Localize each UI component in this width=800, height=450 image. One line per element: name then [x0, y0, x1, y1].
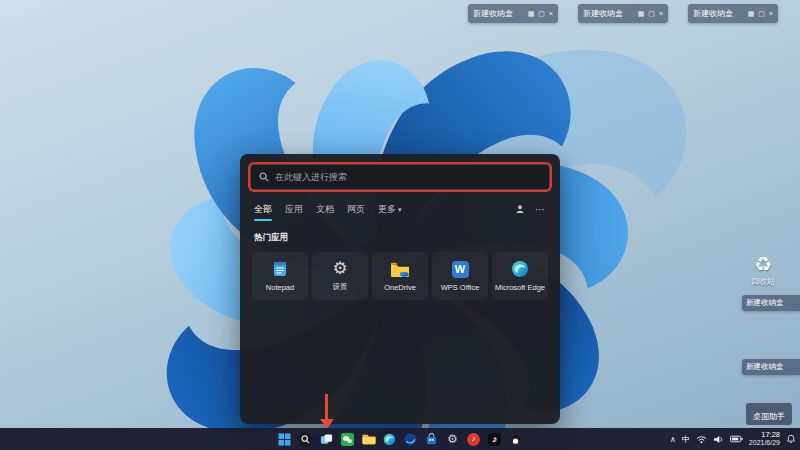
- edge-button[interactable]: [381, 431, 398, 448]
- notification-bell-icon[interactable]: [786, 434, 796, 444]
- storage-box-title: 新建收纳盒: [693, 8, 744, 19]
- storage-box-title: 新建收纳盒: [746, 298, 784, 308]
- close-icon[interactable]: ×: [769, 10, 773, 17]
- gear-icon: ⚙: [447, 433, 458, 445]
- taskbar-search-button[interactable]: [297, 431, 314, 448]
- tab-documents[interactable]: 文档: [316, 203, 334, 216]
- app-label: Notepad: [266, 283, 294, 292]
- restore-icon[interactable]: ▢: [648, 10, 655, 17]
- storage-box-title: 新建收纳盒: [583, 8, 634, 19]
- notepad-icon: [271, 260, 289, 278]
- storage-box-title: 新建收纳盒: [473, 8, 524, 19]
- account-icon[interactable]: [515, 204, 525, 216]
- wps-office-icon: W: [452, 261, 469, 278]
- recycle-bin-label: 回收站: [751, 276, 775, 287]
- chevron-down-icon: ▾: [398, 206, 402, 214]
- search-icon: [259, 172, 269, 182]
- restore-icon[interactable]: ▢: [758, 10, 765, 17]
- search-flyout: 在此键入进行搜索 全部 应用 文档 网页 更多 ▾: [240, 154, 560, 424]
- tiktok-icon: ♪: [488, 433, 501, 446]
- desktop-assistant-label: 桌面助手: [753, 412, 785, 421]
- wifi-icon[interactable]: [696, 435, 707, 444]
- wechat-button[interactable]: [339, 431, 356, 448]
- storage-box-title: 新建收纳盒: [746, 362, 784, 372]
- storage-box-window-1[interactable]: 新建收纳盒 ▦ ▢ ×: [468, 4, 558, 23]
- tab-apps[interactable]: 应用: [285, 203, 303, 216]
- settings-button[interactable]: ⚙: [444, 431, 461, 448]
- windows-logo-icon: [278, 433, 291, 446]
- popular-apps-title: 热门应用: [254, 232, 546, 244]
- wechat-icon: [341, 433, 354, 446]
- qq-browser-button[interactable]: [402, 431, 419, 448]
- tab-all[interactable]: 全部: [254, 203, 272, 216]
- app-label: 设置: [333, 282, 348, 292]
- task-view-button[interactable]: [318, 431, 335, 448]
- date-text: 2021/6/29: [749, 439, 780, 447]
- tab-label: 更多: [378, 203, 396, 216]
- app-tile-edge[interactable]: Microsoft Edge: [492, 252, 548, 300]
- tab-label: 全部: [254, 203, 272, 216]
- tab-label: 应用: [285, 203, 303, 216]
- desktop-assistant-pill[interactable]: 桌面助手: [746, 403, 792, 425]
- tab-label: 文档: [316, 203, 334, 216]
- restore-icon[interactable]: ▢: [538, 10, 545, 17]
- popular-apps-row: Notepad ⚙ 设置 OneDrive W WPS Office: [252, 252, 548, 300]
- more-options-icon[interactable]: ⋯: [535, 204, 546, 215]
- qq-penguin-icon: [509, 433, 522, 446]
- search-placeholder: 在此键入进行搜索: [275, 171, 347, 184]
- app-tile-wps[interactable]: W WPS Office: [432, 252, 488, 300]
- volume-icon[interactable]: [713, 435, 724, 444]
- time-text: 17:28: [761, 431, 780, 440]
- grid-view-icon[interactable]: ▦: [748, 10, 755, 17]
- edge-icon: [511, 260, 529, 278]
- system-tray: ∧ 中: [670, 428, 796, 450]
- app-label: WPS Office: [441, 283, 480, 292]
- recycle-bin-desktop-icon[interactable]: ♻ 回收站: [740, 254, 786, 287]
- app-tile-onedrive[interactable]: OneDrive: [372, 252, 428, 300]
- task-view-icon: [320, 433, 333, 446]
- start-button[interactable]: [276, 431, 293, 448]
- storage-box-window-3[interactable]: 新建收纳盒 ▦ ▢ ×: [688, 4, 778, 23]
- app-tile-notepad[interactable]: Notepad: [252, 252, 308, 300]
- qq-browser-icon: [404, 433, 417, 446]
- search-icon: [298, 432, 313, 447]
- file-explorer-button[interactable]: [360, 431, 377, 448]
- storage-box-docked-1[interactable]: 新建收纳盒: [742, 295, 800, 311]
- close-icon[interactable]: ×: [549, 10, 553, 17]
- desktop: 新建收纳盒 ▦ ▢ × 新建收纳盒 ▦ ▢ × 新建收纳盒 ▦ ▢ × ♻ 回收…: [0, 0, 800, 450]
- tab-label: 网页: [347, 203, 365, 216]
- edge-icon: [383, 433, 396, 446]
- store-icon: [425, 433, 438, 446]
- microsoft-store-button[interactable]: [423, 431, 440, 448]
- app-label: OneDrive: [384, 283, 416, 292]
- qq-button[interactable]: [507, 431, 524, 448]
- battery-icon[interactable]: [730, 435, 743, 443]
- clock[interactable]: 17:28 2021/6/29: [749, 431, 780, 448]
- netease-music-button[interactable]: ♪: [465, 431, 482, 448]
- recycle-bin-icon: ♻: [754, 254, 772, 274]
- folder-icon: [362, 433, 376, 445]
- tab-web[interactable]: 网页: [347, 203, 365, 216]
- tab-more[interactable]: 更多 ▾: [378, 203, 402, 216]
- app-label: Microsoft Edge: [495, 283, 545, 292]
- storage-box-window-2[interactable]: 新建收纳盒 ▦ ▢ ×: [578, 4, 668, 23]
- search-tabs: 全部 应用 文档 网页 更多 ▾: [254, 203, 546, 216]
- music-note-icon: ♪: [467, 433, 480, 446]
- app-tile-settings[interactable]: ⚙ 设置: [312, 252, 368, 300]
- tiktok-button[interactable]: ♪: [486, 431, 503, 448]
- close-icon[interactable]: ×: [659, 10, 663, 17]
- taskbar-center-icons: ⚙ ♪ ♪: [276, 428, 524, 450]
- hidden-icons-chevron[interactable]: ∧: [670, 435, 676, 444]
- onedrive-folder-icon: [390, 261, 410, 278]
- grid-view-icon[interactable]: ▦: [528, 10, 535, 17]
- grid-view-icon[interactable]: ▦: [638, 10, 645, 17]
- search-input[interactable]: 在此键入进行搜索: [250, 164, 550, 190]
- taskbar: ⚙ ♪ ♪ ∧ 中: [0, 428, 800, 450]
- ime-indicator[interactable]: 中: [682, 434, 690, 445]
- gear-icon: ⚙: [332, 260, 347, 277]
- storage-box-docked-2[interactable]: 新建收纳盒: [742, 359, 800, 375]
